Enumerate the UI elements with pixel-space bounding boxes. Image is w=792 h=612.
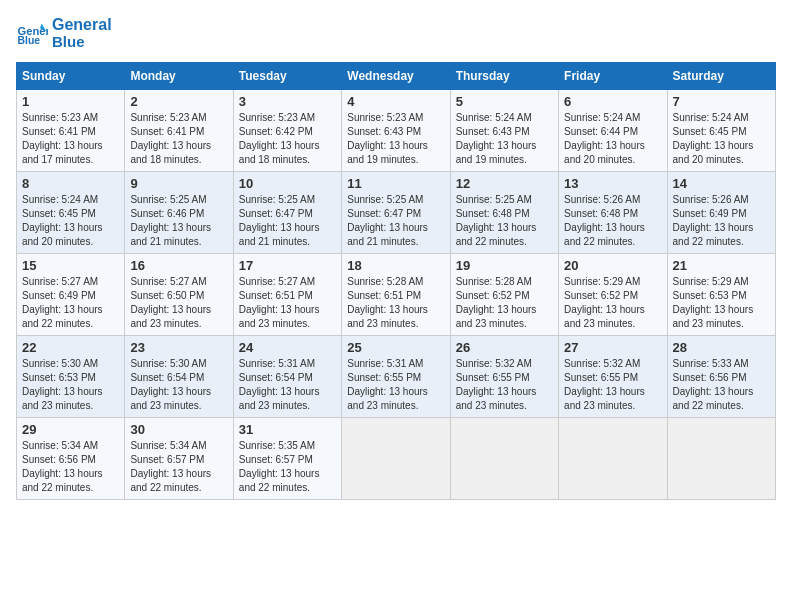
day-detail: Sunrise: 5:33 AMSunset: 6:56 PMDaylight:… xyxy=(673,357,770,413)
calendar-cell: 26Sunrise: 5:32 AMSunset: 6:55 PMDayligh… xyxy=(450,336,558,418)
calendar-cell: 2Sunrise: 5:23 AMSunset: 6:41 PMDaylight… xyxy=(125,90,233,172)
calendar-cell: 31Sunrise: 5:35 AMSunset: 6:57 PMDayligh… xyxy=(233,418,341,500)
calendar-cell: 6Sunrise: 5:24 AMSunset: 6:44 PMDaylight… xyxy=(559,90,667,172)
col-header-monday: Monday xyxy=(125,63,233,90)
calendar-cell: 29Sunrise: 5:34 AMSunset: 6:56 PMDayligh… xyxy=(17,418,125,500)
day-number: 16 xyxy=(130,258,227,273)
day-number: 20 xyxy=(564,258,661,273)
day-number: 19 xyxy=(456,258,553,273)
calendar-week-5: 29Sunrise: 5:34 AMSunset: 6:56 PMDayligh… xyxy=(17,418,776,500)
calendar-cell: 13Sunrise: 5:26 AMSunset: 6:48 PMDayligh… xyxy=(559,172,667,254)
day-detail: Sunrise: 5:30 AMSunset: 6:54 PMDaylight:… xyxy=(130,357,227,413)
calendar-week-4: 22Sunrise: 5:30 AMSunset: 6:53 PMDayligh… xyxy=(17,336,776,418)
day-number: 25 xyxy=(347,340,444,355)
col-header-saturday: Saturday xyxy=(667,63,775,90)
calendar-cell: 30Sunrise: 5:34 AMSunset: 6:57 PMDayligh… xyxy=(125,418,233,500)
day-detail: Sunrise: 5:35 AMSunset: 6:57 PMDaylight:… xyxy=(239,439,336,495)
col-header-thursday: Thursday xyxy=(450,63,558,90)
day-detail: Sunrise: 5:31 AMSunset: 6:55 PMDaylight:… xyxy=(347,357,444,413)
calendar-table: SundayMondayTuesdayWednesdayThursdayFrid… xyxy=(16,62,776,500)
day-detail: Sunrise: 5:31 AMSunset: 6:54 PMDaylight:… xyxy=(239,357,336,413)
day-detail: Sunrise: 5:32 AMSunset: 6:55 PMDaylight:… xyxy=(456,357,553,413)
calendar-cell: 11Sunrise: 5:25 AMSunset: 6:47 PMDayligh… xyxy=(342,172,450,254)
day-detail: Sunrise: 5:28 AMSunset: 6:52 PMDaylight:… xyxy=(456,275,553,331)
logo-text-line2: Blue xyxy=(52,34,112,51)
day-number: 29 xyxy=(22,422,119,437)
day-detail: Sunrise: 5:23 AMSunset: 6:42 PMDaylight:… xyxy=(239,111,336,167)
day-detail: Sunrise: 5:34 AMSunset: 6:56 PMDaylight:… xyxy=(22,439,119,495)
calendar-cell xyxy=(667,418,775,500)
day-number: 6 xyxy=(564,94,661,109)
day-number: 11 xyxy=(347,176,444,191)
calendar-cell: 7Sunrise: 5:24 AMSunset: 6:45 PMDaylight… xyxy=(667,90,775,172)
day-detail: Sunrise: 5:24 AMSunset: 6:45 PMDaylight:… xyxy=(22,193,119,249)
day-detail: Sunrise: 5:29 AMSunset: 6:52 PMDaylight:… xyxy=(564,275,661,331)
calendar-cell: 16Sunrise: 5:27 AMSunset: 6:50 PMDayligh… xyxy=(125,254,233,336)
day-number: 21 xyxy=(673,258,770,273)
day-headers-row: SundayMondayTuesdayWednesdayThursdayFrid… xyxy=(17,63,776,90)
calendar-cell: 28Sunrise: 5:33 AMSunset: 6:56 PMDayligh… xyxy=(667,336,775,418)
day-number: 14 xyxy=(673,176,770,191)
day-detail: Sunrise: 5:23 AMSunset: 6:41 PMDaylight:… xyxy=(130,111,227,167)
day-number: 9 xyxy=(130,176,227,191)
calendar-cell: 1Sunrise: 5:23 AMSunset: 6:41 PMDaylight… xyxy=(17,90,125,172)
calendar-cell: 5Sunrise: 5:24 AMSunset: 6:43 PMDaylight… xyxy=(450,90,558,172)
day-detail: Sunrise: 5:25 AMSunset: 6:48 PMDaylight:… xyxy=(456,193,553,249)
day-number: 12 xyxy=(456,176,553,191)
day-number: 15 xyxy=(22,258,119,273)
day-number: 22 xyxy=(22,340,119,355)
day-number: 26 xyxy=(456,340,553,355)
day-number: 3 xyxy=(239,94,336,109)
day-detail: Sunrise: 5:27 AMSunset: 6:51 PMDaylight:… xyxy=(239,275,336,331)
calendar-cell: 24Sunrise: 5:31 AMSunset: 6:54 PMDayligh… xyxy=(233,336,341,418)
col-header-tuesday: Tuesday xyxy=(233,63,341,90)
day-detail: Sunrise: 5:27 AMSunset: 6:50 PMDaylight:… xyxy=(130,275,227,331)
logo-text-line1: General xyxy=(52,16,112,34)
day-detail: Sunrise: 5:25 AMSunset: 6:47 PMDaylight:… xyxy=(239,193,336,249)
day-detail: Sunrise: 5:34 AMSunset: 6:57 PMDaylight:… xyxy=(130,439,227,495)
day-number: 2 xyxy=(130,94,227,109)
calendar-cell: 12Sunrise: 5:25 AMSunset: 6:48 PMDayligh… xyxy=(450,172,558,254)
calendar-cell xyxy=(342,418,450,500)
calendar-cell: 18Sunrise: 5:28 AMSunset: 6:51 PMDayligh… xyxy=(342,254,450,336)
calendar-cell: 8Sunrise: 5:24 AMSunset: 6:45 PMDaylight… xyxy=(17,172,125,254)
calendar-cell: 10Sunrise: 5:25 AMSunset: 6:47 PMDayligh… xyxy=(233,172,341,254)
day-detail: Sunrise: 5:25 AMSunset: 6:47 PMDaylight:… xyxy=(347,193,444,249)
day-detail: Sunrise: 5:25 AMSunset: 6:46 PMDaylight:… xyxy=(130,193,227,249)
col-header-wednesday: Wednesday xyxy=(342,63,450,90)
day-number: 8 xyxy=(22,176,119,191)
day-detail: Sunrise: 5:24 AMSunset: 6:45 PMDaylight:… xyxy=(673,111,770,167)
day-detail: Sunrise: 5:30 AMSunset: 6:53 PMDaylight:… xyxy=(22,357,119,413)
calendar-cell: 14Sunrise: 5:26 AMSunset: 6:49 PMDayligh… xyxy=(667,172,775,254)
page-header: General Blue General Blue xyxy=(16,16,776,50)
svg-text:Blue: Blue xyxy=(18,35,41,46)
calendar-week-3: 15Sunrise: 5:27 AMSunset: 6:49 PMDayligh… xyxy=(17,254,776,336)
day-detail: Sunrise: 5:24 AMSunset: 6:44 PMDaylight:… xyxy=(564,111,661,167)
day-detail: Sunrise: 5:23 AMSunset: 6:43 PMDaylight:… xyxy=(347,111,444,167)
calendar-cell: 3Sunrise: 5:23 AMSunset: 6:42 PMDaylight… xyxy=(233,90,341,172)
calendar-cell xyxy=(450,418,558,500)
day-number: 30 xyxy=(130,422,227,437)
day-detail: Sunrise: 5:26 AMSunset: 6:49 PMDaylight:… xyxy=(673,193,770,249)
day-detail: Sunrise: 5:27 AMSunset: 6:49 PMDaylight:… xyxy=(22,275,119,331)
calendar-week-2: 8Sunrise: 5:24 AMSunset: 6:45 PMDaylight… xyxy=(17,172,776,254)
day-number: 10 xyxy=(239,176,336,191)
logo: General Blue General Blue xyxy=(16,16,112,50)
calendar-cell: 25Sunrise: 5:31 AMSunset: 6:55 PMDayligh… xyxy=(342,336,450,418)
day-number: 7 xyxy=(673,94,770,109)
day-number: 5 xyxy=(456,94,553,109)
col-header-friday: Friday xyxy=(559,63,667,90)
calendar-week-1: 1Sunrise: 5:23 AMSunset: 6:41 PMDaylight… xyxy=(17,90,776,172)
calendar-cell: 4Sunrise: 5:23 AMSunset: 6:43 PMDaylight… xyxy=(342,90,450,172)
day-number: 13 xyxy=(564,176,661,191)
day-detail: Sunrise: 5:26 AMSunset: 6:48 PMDaylight:… xyxy=(564,193,661,249)
calendar-cell: 19Sunrise: 5:28 AMSunset: 6:52 PMDayligh… xyxy=(450,254,558,336)
day-number: 4 xyxy=(347,94,444,109)
day-detail: Sunrise: 5:29 AMSunset: 6:53 PMDaylight:… xyxy=(673,275,770,331)
day-detail: Sunrise: 5:23 AMSunset: 6:41 PMDaylight:… xyxy=(22,111,119,167)
calendar-cell: 23Sunrise: 5:30 AMSunset: 6:54 PMDayligh… xyxy=(125,336,233,418)
day-number: 23 xyxy=(130,340,227,355)
calendar-cell: 20Sunrise: 5:29 AMSunset: 6:52 PMDayligh… xyxy=(559,254,667,336)
day-detail: Sunrise: 5:32 AMSunset: 6:55 PMDaylight:… xyxy=(564,357,661,413)
day-number: 24 xyxy=(239,340,336,355)
